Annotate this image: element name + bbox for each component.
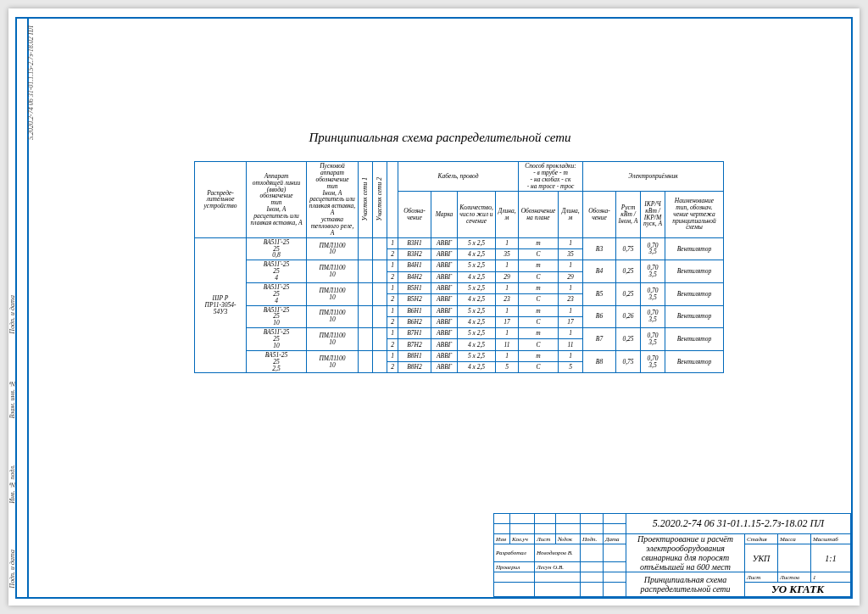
pusk-cell: ПМЛ110010	[307, 328, 359, 351]
pusk-cell: ПМЛ110010	[307, 282, 359, 305]
hdr-pusk: Пусковой аппаратобозначениетипIном, Арас…	[307, 162, 359, 238]
hdr-spo: Обозначение на плане	[519, 191, 559, 237]
drawing-sheet: 5.2020.2-74 06 31-01.1.15-2.7з-18.02 ПЛ …	[8, 8, 860, 606]
dist-cell: ШР РПР11-3054-54У3	[195, 237, 247, 373]
pusk-cell: ПМЛ110010	[307, 305, 359, 328]
hdr-sposob: Способ прокладки:- в трубе - т- на скоба…	[519, 162, 583, 192]
hdr-rust: Руст кВт / Iном, А	[616, 191, 641, 237]
app-cell: ВА51Г-25254	[247, 260, 307, 283]
hdr-kol: Количество, число жил и сечение	[458, 191, 496, 237]
app-cell: ВА51Г-252510	[247, 305, 307, 328]
hdr-u2: Участок сети 2	[376, 177, 383, 221]
side-label-3: Подп. и дата	[8, 295, 16, 334]
hdr-kabel: Кабель, провод	[398, 162, 519, 192]
app-cell: ВА51-25252,5	[247, 350, 307, 373]
pusk-cell: ПМЛ110010	[307, 260, 359, 283]
hdr-iksq: IКР/Ч кВт / IКР/М пуск, А	[641, 191, 665, 237]
hdr-app: Аппарат отходящей линии (ввода)обозначен…	[247, 162, 307, 238]
drawing-title: Принципиальная схема распределительной с…	[29, 131, 851, 145]
table-row: ШР РПР11-3054-54У3ВА51Г-25250,8ПМЛ110010…	[195, 237, 724, 248]
hdr-u1: Участок сети 1	[362, 177, 369, 221]
pusk-cell: ПМЛ110010	[307, 350, 359, 373]
title-block: 5.2020.2-74 06 31-01.1.15-2.7з-18.02 ПЛ …	[493, 513, 851, 597]
hdr-dl: Длина,м	[496, 191, 519, 237]
tb-org: УО КГАТК	[745, 583, 851, 597]
hdr-ob: Обозна-чение	[398, 191, 431, 237]
side-label-2: Взам. инв. №	[8, 380, 16, 419]
tb-list-h: Лист	[745, 572, 778, 583]
side-label-0: Подп. и дата	[8, 550, 16, 589]
app-cell: ВА51Г-252510	[247, 328, 307, 351]
pusk-cell: ПМЛ110010	[307, 237, 359, 260]
tb-sheetname: Принципиальная схема распределительной с…	[626, 572, 745, 597]
table-row: ВА51-25252,5ПМЛ1100101В8Н1АВВГ5 x 2,51т1…	[195, 350, 724, 361]
tb-number: 5.2020.2-74 06 31-01.1.15-2.7з-18.02 ПЛ	[626, 514, 851, 534]
hdr-spd: Длина,м	[559, 191, 583, 237]
table-row: ВА51Г-25254ПМЛ1100101В4Н1АВВГ5 x 2,51т1В…	[195, 260, 724, 271]
table-row: ВА51Г-252510ПМЛ1100101В6Н1АВВГ5 x 2,51т1…	[195, 305, 724, 316]
hdr-mark: Марка	[431, 191, 458, 237]
app-cell: ВА51Г-25250,8	[247, 237, 307, 260]
tb-lists: 1	[811, 572, 851, 583]
app-cell: ВА51Г-25254	[247, 282, 307, 305]
hdr-dist: Распреде-лительноеустройство	[195, 162, 247, 238]
table-row: ВА51Г-25254ПМЛ1100101В5Н1АВВГ5 x 2,51т1В…	[195, 282, 724, 293]
hdr-count	[387, 162, 398, 238]
top-doc-number: 5.2020.2-74 06 31-01.1.15-2.7з-18.02 ПЛ	[27, 25, 35, 140]
table-row: ВА51Г-252510ПМЛ1100101В7Н1АВВГ5 x 2,51т1…	[195, 328, 724, 339]
side-label-1: Инв. № подл.	[8, 465, 16, 504]
hdr-ob2: Обозна-чение	[583, 191, 616, 237]
hdr-ep: Электроприёмник	[583, 162, 724, 192]
hdr-naim: Наименованиетип, обознач.чение чертежапр…	[665, 191, 724, 237]
drawing-frame: 5.2020.2-74 06 31-01.1.15-2.7з-18.02 ПЛ …	[27, 17, 853, 599]
tb-lists-h: Листов	[778, 572, 811, 583]
schedule-table: Распреде-лительноеустройство Аппарат отх…	[194, 161, 724, 373]
